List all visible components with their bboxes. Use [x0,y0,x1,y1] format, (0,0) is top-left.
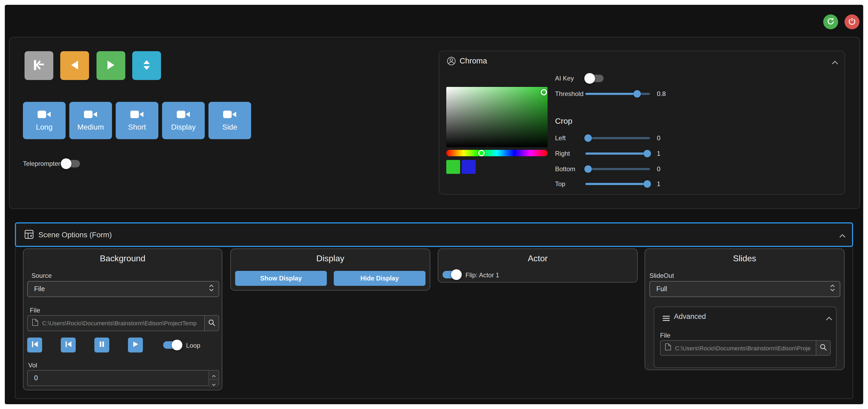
slider-fill [585,93,637,95]
vol-increment-button[interactable] [209,371,218,379]
sv-picker-cursor[interactable] [540,89,547,95]
camera-button-label: Long [36,123,53,131]
crop-bottom-label: Bottom [555,165,575,173]
media-pause-button[interactable] [94,338,109,352]
chevron-up-icon [211,371,216,379]
slider-fill [585,183,647,185]
select-arrows-icon [209,284,214,294]
up-down-button[interactable] [132,51,161,80]
crop-title: Crop [555,117,572,125]
media-prev-button[interactable] [61,338,76,352]
skip-start-icon [65,341,72,349]
power-button[interactable] [844,14,860,29]
camera-icon [37,110,51,121]
actor-card-title: Actor [438,254,638,263]
chevron-up-icon [826,314,832,322]
reconnect-button[interactable] [823,14,838,29]
show-display-button[interactable]: Show Display [235,271,327,286]
slides-file-browse-button[interactable] [816,341,830,355]
advanced-title: Advanced [674,313,706,320]
chevron-up-icon [832,58,838,66]
flip-actor-label: Flip: Actor 1 [465,272,499,279]
camera-side-button[interactable]: Side [209,102,251,139]
vol-value: 0 [34,374,38,382]
bg-file-browse-button[interactable] [204,316,219,331]
teleprompter-toggle[interactable] [62,160,80,167]
form-grid-icon [25,230,34,241]
vol-label: Vol [28,361,37,369]
hamburger-icon [662,314,670,324]
slideout-select-value: Full [656,285,667,293]
vol-input[interactable]: 0 [27,370,219,386]
slideout-select[interactable]: Full [649,281,840,297]
pause-icon [99,341,105,349]
threshold-value: 0.8 [657,90,666,98]
threshold-slider[interactable] [585,93,650,95]
media-restart-button[interactable] [27,338,42,352]
advanced-collapse-button[interactable] [824,314,834,321]
arrow-to-start-icon [31,57,46,74]
vol-spinner [209,371,218,385]
camera-long-button[interactable]: Long [23,102,66,139]
slider-knob[interactable] [584,165,592,173]
slideout-label: SlideOut [649,272,674,279]
toggle-knob [584,73,595,84]
display-card-title: Display [230,254,430,263]
camera-short-button[interactable]: Short [116,102,158,139]
select-arrows-icon [830,284,835,294]
crop-bottom-value: 0 [657,165,660,173]
camera-icon [177,110,190,121]
refresh-icon [827,17,835,27]
toggle-knob [172,340,182,350]
crop-bottom-slider[interactable] [585,168,650,170]
ai-key-toggle[interactable] [585,75,603,82]
threshold-label: Threshold [555,90,584,98]
scene-options-collapse-button[interactable] [838,231,847,239]
scene-options-title: Scene Options (Form) [38,231,112,239]
camera-icon [130,110,144,121]
media-play-button[interactable] [128,338,143,352]
person-circle-icon [447,57,456,68]
toggle-knob [61,158,71,169]
hide-display-button[interactable]: Hide Display [334,271,426,286]
magnifier-icon [208,319,215,328]
camera-button-label: Display [171,123,196,131]
camera-medium-button[interactable]: Medium [69,102,112,139]
camera-icon [84,110,98,121]
play-backward-button[interactable] [60,51,89,80]
slider-knob[interactable] [633,90,641,98]
hue-slider[interactable] [446,150,548,156]
source-select[interactable]: File [27,281,219,297]
slides-card-title: Slides [645,254,844,263]
slides-file-input[interactable]: C:\Users\Rocio\Documents\Brainstorm\Edis… [660,340,831,356]
crop-top-label: Top [555,180,565,188]
vol-decrement-button[interactable] [209,379,218,388]
camera-display-button[interactable]: Display [162,102,205,139]
crop-top-slider[interactable] [585,183,650,185]
document-icon [665,343,671,353]
play-forward-button[interactable] [96,51,125,80]
slider-knob[interactable] [584,134,592,142]
triangle-left-icon [69,59,81,72]
color-swatch-blue[interactable] [462,160,475,174]
loop-toggle[interactable] [163,341,181,349]
ai-key-label: AI Key [555,75,574,82]
camera-button-label: Side [222,123,237,131]
chroma-title: Chroma [460,57,487,65]
hue-slider-cursor[interactable] [478,150,485,156]
magnifier-icon [819,343,827,352]
crop-left-label: Left [555,134,566,142]
bg-file-input[interactable]: C:\Users\Rocio\Documents\Brainstorm\Edis… [27,315,219,331]
crop-left-slider[interactable] [585,137,650,139]
scene-options-header[interactable] [15,222,853,247]
crop-right-slider[interactable] [585,153,650,155]
color-swatch-green[interactable] [446,160,460,174]
document-icon [32,318,38,328]
chroma-collapse-button[interactable] [830,58,840,66]
crop-right-value: 1 [657,150,660,157]
flip-actor-toggle[interactable] [442,271,461,278]
saturation-value-picker[interactable] [446,87,548,147]
seek-start-button[interactable] [25,51,53,80]
camera-button-label: Medium [77,123,104,131]
stage: Long Medium Short Display Side Telepromp… [0,0,868,409]
